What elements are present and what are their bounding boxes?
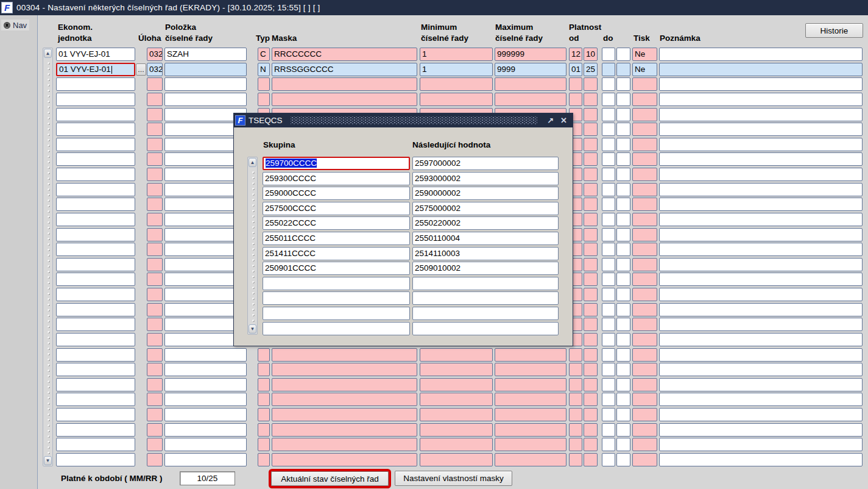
- cell-ekonom-jednotka[interactable]: [56, 363, 135, 376]
- cell-platnost-od-rr[interactable]: [584, 318, 598, 331]
- cell-uloha[interactable]: [147, 258, 163, 271]
- cell-platnost-od-rr[interactable]: [584, 303, 598, 316]
- cell-platnost-do-rr[interactable]: [616, 168, 630, 181]
- cell-typ[interactable]: [258, 453, 270, 466]
- cell-platnost-do-mm[interactable]: [602, 273, 615, 286]
- cell-polozka[interactable]: [164, 393, 247, 406]
- cell-tisk[interactable]: [632, 183, 657, 196]
- cell-ekonom-jednotka[interactable]: [56, 288, 135, 301]
- cell-maska[interactable]: [272, 438, 417, 451]
- cell-platnost-od-rr[interactable]: [584, 438, 598, 451]
- cell-maximum[interactable]: [495, 408, 566, 421]
- cell-platnost-do-rr[interactable]: [616, 93, 630, 106]
- cell-poznamka[interactable]: [659, 123, 863, 136]
- cell-tisk[interactable]: [632, 453, 657, 466]
- cell-platnost-od-rr[interactable]: [584, 93, 598, 106]
- cell-typ[interactable]: [258, 93, 270, 106]
- cell-poznamka[interactable]: [659, 348, 863, 362]
- cell-platnost-od-mm[interactable]: [569, 363, 582, 376]
- cell-platnost-do-mm[interactable]: [602, 303, 615, 316]
- cell-ekonom-jednotka[interactable]: [56, 183, 135, 196]
- cell-hodnota[interactable]: 2550220002: [412, 216, 559, 230]
- cell-maximum[interactable]: [495, 393, 566, 406]
- cell-skupina[interactable]: [263, 307, 410, 320]
- cell-uloha[interactable]: [147, 378, 163, 391]
- cell-uloha[interactable]: [147, 273, 163, 286]
- cell-platnost-do-mm[interactable]: [602, 123, 615, 136]
- cell-tisk[interactable]: [632, 93, 657, 106]
- cell-maximum[interactable]: [495, 438, 566, 451]
- cell-platnost-od-rr[interactable]: [584, 77, 598, 91]
- cell-ekonom-jednotka[interactable]: [56, 453, 135, 466]
- cell-platnost-od-rr[interactable]: [584, 348, 598, 362]
- cell-poznamka[interactable]: [659, 183, 863, 196]
- cell-ekonom-jednotka[interactable]: [56, 77, 135, 91]
- cell-polozka[interactable]: [164, 438, 247, 451]
- cell-poznamka[interactable]: [659, 93, 863, 106]
- cell-tisk[interactable]: [632, 378, 657, 391]
- cell-polozka[interactable]: [164, 378, 247, 391]
- cell-platnost-do-mm[interactable]: [602, 438, 615, 451]
- cell-poznamka[interactable]: [659, 138, 863, 151]
- cell-platnost-do-rr[interactable]: [616, 408, 630, 421]
- cell-hodnota[interactable]: [412, 277, 559, 290]
- cell-platnost-od-rr[interactable]: [584, 333, 598, 346]
- cell-platnost-do-mm[interactable]: [602, 288, 615, 301]
- cell-platnost-do-rr[interactable]: [616, 138, 630, 151]
- cell-poznamka[interactable]: [659, 258, 863, 271]
- cell-maximum[interactable]: 9999: [495, 63, 566, 76]
- cell-poznamka[interactable]: [659, 453, 863, 466]
- cell-skupina[interactable]: [263, 277, 410, 290]
- cell-minimum[interactable]: [420, 393, 493, 406]
- cell-ekonom-jednotka[interactable]: [56, 108, 135, 121]
- cell-platnost-do-mm[interactable]: [602, 138, 615, 151]
- cell-platnost-od-mm[interactable]: [569, 423, 582, 437]
- cell-platnost-do-rr[interactable]: [616, 48, 630, 61]
- cell-polozka[interactable]: [164, 63, 247, 76]
- cell-platnost-do-rr[interactable]: [616, 183, 630, 196]
- cell-platnost-do-mm[interactable]: [602, 348, 615, 362]
- cell-maska[interactable]: [272, 378, 417, 391]
- cell-uloha[interactable]: [147, 93, 163, 106]
- cell-uloha[interactable]: [147, 213, 163, 226]
- cell-platnost-od-rr[interactable]: [584, 393, 598, 406]
- cell-platnost-do-rr[interactable]: [616, 438, 630, 451]
- cell-minimum[interactable]: [420, 77, 493, 91]
- cell-poznamka[interactable]: [659, 333, 863, 346]
- cell-ekonom-jednotka[interactable]: [56, 168, 135, 181]
- cell-polozka[interactable]: [164, 423, 247, 437]
- cell-platnost-od-rr[interactable]: 10: [584, 48, 598, 61]
- aktualni-stav-button[interactable]: Aktuální stav číselných řad: [271, 471, 389, 486]
- cell-poznamka[interactable]: [659, 168, 863, 181]
- cell-uloha[interactable]: [147, 423, 163, 437]
- cell-tisk[interactable]: [632, 168, 657, 181]
- cell-uloha[interactable]: [147, 363, 163, 376]
- cell-poznamka[interactable]: [659, 393, 863, 406]
- cell-poznamka[interactable]: [659, 378, 863, 391]
- cell-skupina[interactable]: 255022CCCC: [263, 216, 410, 230]
- cell-minimum[interactable]: [420, 438, 493, 451]
- cell-ekonom-jednotka[interactable]: [56, 378, 135, 391]
- cell-platnost-do-mm[interactable]: [602, 333, 615, 346]
- cell-minimum[interactable]: 1: [420, 48, 493, 61]
- cell-platnost-od-rr[interactable]: [584, 168, 598, 181]
- cell-skupina[interactable]: 259000CCCC: [263, 187, 410, 200]
- cell-platnost-od-rr[interactable]: [584, 198, 598, 211]
- dialog-title-bar[interactable]: F TSEQCS ↗ ✕: [234, 113, 573, 127]
- cell-uloha[interactable]: [147, 453, 163, 466]
- cell-ekonom-jednotka[interactable]: [56, 273, 135, 286]
- cell-platnost-do-rr[interactable]: [616, 108, 630, 121]
- cell-platnost-do-mm[interactable]: [602, 258, 615, 271]
- cell-platnost-do-rr[interactable]: [616, 423, 630, 437]
- dialog-close-icon[interactable]: ✕: [559, 116, 569, 125]
- cell-platnost-do-mm[interactable]: [602, 318, 615, 331]
- cell-ekonom-jednotka[interactable]: [56, 138, 135, 151]
- cell-poznamka[interactable]: [659, 273, 863, 286]
- cell-tisk[interactable]: [632, 198, 657, 211]
- cell-platnost-do-mm[interactable]: [602, 168, 615, 181]
- cell-uloha[interactable]: [147, 333, 163, 346]
- cell-typ[interactable]: [258, 77, 270, 91]
- cell-typ[interactable]: N: [258, 63, 270, 76]
- cell-platnost-od-rr[interactable]: [584, 152, 598, 166]
- cell-ekonom-jednotka[interactable]: [56, 303, 135, 316]
